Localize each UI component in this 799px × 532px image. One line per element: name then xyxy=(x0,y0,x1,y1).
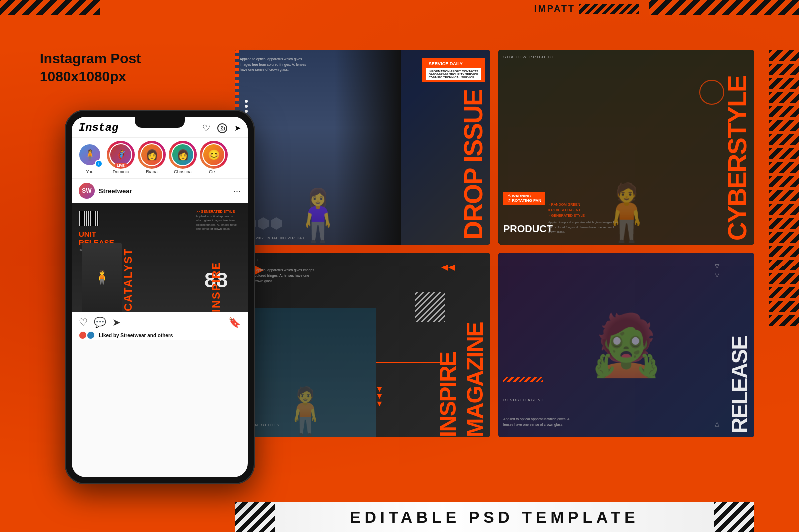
inspire-chevron-3: ▼ xyxy=(376,401,384,407)
stripe-top-left xyxy=(0,0,100,15)
release-arr-1: ▽ xyxy=(715,263,719,269)
card-cyber-bg: 🧍 SHADOW PROJECT ⚠ WARNING↺ ROTATING FAN… xyxy=(498,50,754,245)
card-inspire-bg: ...STYLE ◀◀ ▶ Applied to optical apparat… xyxy=(235,253,490,437)
release-bot-arr-1: △ xyxy=(715,420,719,427)
card-drop-issue: 🧍‍♀️ Applied to optical apparatus which … xyxy=(235,50,490,245)
phone-outer: Instag ♡ ➤ xyxy=(65,110,255,484)
bottom-bar-right-stripe xyxy=(714,502,754,532)
post-liked: Liked by Streetwear and others xyxy=(72,330,248,340)
ig-label: Instagram Post 1080x1080px xyxy=(40,50,141,86)
card-drop-photo: 🧍‍♀️ xyxy=(235,50,401,245)
cards-area: 🧍‍♀️ Applied to optical apparatus which … xyxy=(235,50,754,447)
story-ge-label: Ge... xyxy=(209,169,219,174)
story-dominic-avatar: 🦸 LIVE xyxy=(108,142,134,168)
card-drop-top-info: Applied to optical apparatus which gives… xyxy=(240,57,306,73)
liked-avatar-2 xyxy=(87,331,95,339)
story-you-label: You xyxy=(86,169,93,174)
story-christina-avatar: 👩 xyxy=(170,142,196,168)
post-inspire-text: INSPIRE xyxy=(210,262,223,312)
cyber-random-green: » RANDOM GREEN xyxy=(548,202,618,207)
instagram-heart-icon[interactable]: ♡ xyxy=(202,123,210,134)
instagram-send-icon[interactable]: ➤ xyxy=(234,123,241,133)
post-options[interactable]: ··· xyxy=(233,186,241,196)
share-icon[interactable]: ➤ xyxy=(112,316,121,328)
story-riana-label: Riana xyxy=(146,169,158,174)
card-cyberstyle-text: CYBERSTYLE xyxy=(720,50,754,245)
cyber-generated: » GENERATED STYLE xyxy=(548,213,618,218)
bottom-bar: EDITABLE PSD TEMPLATE xyxy=(235,502,754,532)
bookmark-icon[interactable]: 🔖 xyxy=(228,316,241,328)
card-release-arrows-bottom: △ xyxy=(715,420,719,427)
card-drop-issue-text: DROP ISSUE xyxy=(462,90,485,240)
generated-label: >> GENERATED STYLE xyxy=(196,210,241,213)
brand-stripe-decoration xyxy=(579,4,639,14)
story-you[interactable]: 🧍 + You xyxy=(77,142,103,174)
story-ge-avatar: 😊 xyxy=(201,142,227,168)
comment-icon[interactable]: 💬 xyxy=(94,316,106,328)
stripe-right xyxy=(759,50,799,449)
cyber-re-used: » RE//USED AGENT xyxy=(548,207,618,213)
post-header: SW Streetwear ··· xyxy=(72,179,248,203)
story-ge[interactable]: 😊 Ge... xyxy=(201,142,227,174)
post-user: SW Streetwear xyxy=(79,183,132,199)
inspire-figure: 🧍 xyxy=(277,385,333,437)
post-image: >> GENERATED STYLE Applied to optical ap… xyxy=(72,203,248,312)
post-bg: >> GENERATED STYLE Applied to optical ap… xyxy=(72,203,248,312)
story-riana-avatar: 👩 xyxy=(139,142,165,168)
card-cyber-product: PRODUCT xyxy=(503,223,553,235)
story-riana-img: 👩 xyxy=(140,143,163,166)
card-release-main-text: RELEASE xyxy=(725,253,754,437)
card-cyber-warning: ⚠ WARNING↺ ROTATING FAN xyxy=(503,192,545,205)
liked-text: Liked by Streetwear and others xyxy=(99,333,173,338)
release-arr-2: ▽ xyxy=(715,271,719,278)
liked-avatars: Liked by Streetwear and others xyxy=(79,331,241,339)
post-username: Streetwear xyxy=(99,187,132,195)
inspire-photo-bg: 🧍 xyxy=(235,308,376,437)
svg-point-0 xyxy=(221,127,223,129)
card-release-arrows-top: ▽ ▽ xyxy=(715,263,719,278)
story-dominic-label: Dominic xyxy=(113,169,129,174)
post-avatar: SW xyxy=(79,183,95,199)
phone-mockup: Instag ♡ ➤ xyxy=(65,110,255,484)
story-dominic[interactable]: 🦸 LIVE Dominic xyxy=(108,142,134,174)
instagram-logo: Instag xyxy=(79,122,118,134)
post-generated-style: >> GENERATED STYLE Applied to optical ap… xyxy=(196,210,241,231)
hex-2 xyxy=(258,217,269,230)
card-release-bg: 🧟 ▽ ▽ RE//USED AGENT Applied to optical … xyxy=(498,253,754,437)
card-inspire-photo: 🧍 xyxy=(235,308,376,437)
like-icon[interactable]: ♡ xyxy=(79,316,88,328)
release-figure: 🧟 xyxy=(589,310,664,380)
ig-label-line1: Instagram Post xyxy=(40,50,141,68)
phone-notch xyxy=(135,117,185,128)
card-release: 🧟 ▽ ▽ RE//USED AGENT Applied to optical … xyxy=(498,253,754,437)
bottom-bar-text: EDITABLE PSD TEMPLATE xyxy=(285,508,704,527)
card-cyber-photo: 🧍 xyxy=(498,50,754,245)
card-release-rejected: RE//USED AGENT xyxy=(503,398,544,402)
card-drop-side: DROP ISSUE xyxy=(388,50,490,245)
release-desc-text: Applied to optical apparatus which gives… xyxy=(503,417,571,426)
brand-header: IMPATT xyxy=(534,4,639,14)
generated-desc: Applied to optical apparatus which gives… xyxy=(196,214,241,231)
card-inspire-inner: ...STYLE ◀◀ ▶ Applied to optical apparat… xyxy=(235,253,490,437)
card-drop-bg: 🧍‍♀️ Applied to optical apparatus which … xyxy=(235,50,490,245)
story-dominic-live: LIVE xyxy=(115,163,127,168)
story-ge-img: 😊 xyxy=(202,143,225,166)
instagram-camera-icon[interactable] xyxy=(217,123,227,133)
stripe-top-right xyxy=(649,0,799,15)
brand-name: IMPATT xyxy=(534,4,575,14)
bottom-bar-left-stripe xyxy=(235,502,275,532)
liked-avatar-1 xyxy=(79,331,87,339)
card-release-stripe xyxy=(503,377,543,382)
story-christina[interactable]: 👩 Christina xyxy=(170,142,196,174)
card-cyber-details: » RANDOM GREEN » RE//USED AGENT » GENERA… xyxy=(548,202,618,235)
card-drop-inner: 🧍‍♀️ Applied to optical apparatus which … xyxy=(235,50,490,245)
post-unit: UNIT xyxy=(79,230,114,239)
card-release-inner: 🧟 ▽ ▽ RE//USED AGENT Applied to optical … xyxy=(498,253,754,437)
card-drop-photo-bg: 🧍‍♀️ xyxy=(235,50,401,245)
story-riana[interactable]: 👩 Riana xyxy=(139,142,165,174)
card-inspire-magazine: ...STYLE ◀◀ ▶ Applied to optical apparat… xyxy=(235,253,490,437)
story-christina-label: Christina xyxy=(174,169,192,174)
card-cyber-photo-bg: 🧍 xyxy=(498,50,754,245)
instagram-icons: ♡ ➤ xyxy=(202,123,241,134)
post-action-left: ♡ 💬 ➤ xyxy=(79,316,121,328)
